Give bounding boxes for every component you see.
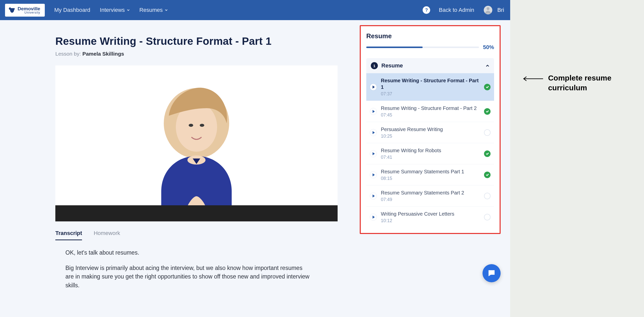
lesson-title: Writing Persuasive Cover Letters xyxy=(381,211,480,217)
lesson-by-prefix: Lesson by: xyxy=(55,51,82,57)
lesson-text: Persuasive Resume Writing 10:25 xyxy=(381,126,480,139)
lesson-duration: 07:45 xyxy=(381,112,480,118)
lesson-text: Resume Writing - Structure Format - Part… xyxy=(381,105,480,118)
lesson-item[interactable]: Resume Writing - Structure Format - Part… xyxy=(366,73,494,101)
lesson-item[interactable]: Resume Summary Statements Part 2 07:49 xyxy=(366,185,494,207)
lesson-title: Resume Writing - Structure Format - Part… xyxy=(381,105,480,111)
primary-nav: My Dashboard Interviews Resumes xyxy=(54,7,168,13)
play-icon xyxy=(370,129,377,136)
progress-row: 50% xyxy=(366,44,494,51)
lesson-status-incomplete xyxy=(484,129,491,136)
sidebar-title: Resume xyxy=(366,32,494,40)
check-icon xyxy=(486,109,489,113)
play-icon xyxy=(370,150,377,157)
module-number-badge: 1 xyxy=(371,62,378,69)
tab-homework[interactable]: Homework xyxy=(94,230,120,240)
module-header[interactable]: 1 Resume xyxy=(366,58,494,73)
check-icon xyxy=(486,152,489,155)
chat-button[interactable] xyxy=(482,264,501,282)
check-icon xyxy=(486,173,489,177)
lesson-status-complete xyxy=(484,84,491,90)
lesson-status-complete xyxy=(484,172,491,178)
callout-label: Complete resume curriculum xyxy=(548,73,644,93)
brand-logo[interactable]: Demoville University xyxy=(5,4,45,17)
lesson-duration: 07:49 xyxy=(381,197,480,202)
bear-icon xyxy=(9,7,16,14)
chat-icon xyxy=(487,269,496,278)
lesson-text: Resume Writing - Structure Format - Part… xyxy=(381,77,480,97)
progress-percent: 50% xyxy=(483,44,494,51)
check-icon xyxy=(486,85,489,89)
lesson-title: Resume Summary Statements Part 2 xyxy=(381,189,480,196)
lesson-text: Resume Writing for Robots 07:41 xyxy=(381,147,480,160)
presenter-image xyxy=(131,83,262,214)
play-icon xyxy=(370,171,377,178)
chevron-down-icon xyxy=(165,9,168,12)
annotation-panel: Complete resume curriculum xyxy=(510,0,644,317)
play-icon xyxy=(370,84,377,91)
lesson-duration: 10:12 xyxy=(381,218,480,223)
topbar: Demoville University My Dashboard Interv… xyxy=(0,0,510,20)
lesson-duration: 07:37 xyxy=(381,91,480,97)
lesson-item[interactable]: Resume Writing - Structure Format - Part… xyxy=(366,101,494,122)
nav-resumes-label: Resumes xyxy=(139,7,163,13)
curriculum-sidebar: Resume 50% 1 Resume Resume Writing - Str… xyxy=(360,25,501,234)
presenter-desk xyxy=(55,205,338,221)
lesson-status-complete xyxy=(484,150,491,157)
play-icon xyxy=(370,108,377,115)
back-to-admin[interactable]: Back to Admin xyxy=(439,7,474,13)
brand-bottom: University xyxy=(18,11,40,14)
user-icon xyxy=(484,6,492,14)
lesson-title: Persuasive Resume Writing xyxy=(381,126,480,133)
module-title: Resume xyxy=(381,62,482,69)
lesson-text: Resume Summary Statements Part 2 07:49 xyxy=(381,189,480,202)
lesson-title: Resume Writing for Robots xyxy=(381,147,480,154)
lesson-title: Resume Summary Statements Part 1 xyxy=(381,168,480,175)
play-icon xyxy=(370,192,377,200)
video-player[interactable] xyxy=(55,65,338,221)
lesson-status-incomplete xyxy=(484,214,491,220)
tab-transcript[interactable]: Transcript xyxy=(55,230,82,240)
callout: Complete resume curriculum xyxy=(523,73,644,93)
nav-interviews[interactable]: Interviews xyxy=(100,7,130,13)
transcript-paragraph: OK, let's talk about resumes. xyxy=(55,248,309,257)
progress-fill xyxy=(366,47,423,48)
brand-text: Demoville University xyxy=(18,6,40,14)
lesson-item[interactable]: Resume Writing for Robots 07:41 xyxy=(366,143,494,164)
help-icon[interactable]: ? xyxy=(423,6,430,14)
nav-resumes[interactable]: Resumes xyxy=(139,7,168,13)
lesson-duration: 08:15 xyxy=(381,176,480,181)
transcript-body: OK, let's talk about resumes. Big Interv… xyxy=(55,248,309,290)
username-label: Bri xyxy=(497,7,504,13)
arrow-left-icon xyxy=(523,75,544,83)
lesson-status-incomplete xyxy=(484,193,491,199)
play-icon xyxy=(370,214,377,221)
lesson-author: Pamela Skillings xyxy=(82,51,124,57)
nav-my-dashboard[interactable]: My Dashboard xyxy=(54,7,90,13)
lesson-duration: 10:25 xyxy=(381,134,480,139)
lesson-text: Writing Persuasive Cover Letters 10:12 xyxy=(381,211,480,223)
lesson-status-complete xyxy=(484,108,491,115)
avatar[interactable] xyxy=(484,6,492,14)
chevron-down-icon xyxy=(127,9,130,12)
progress-bar xyxy=(366,47,479,48)
svg-point-0 xyxy=(487,7,489,10)
svg-point-5 xyxy=(200,124,204,127)
lesson-duration: 07:41 xyxy=(381,155,480,160)
brand-top: Demoville xyxy=(18,6,40,11)
lesson-text: Resume Summary Statements Part 1 08:15 xyxy=(381,168,480,181)
lesson-item[interactable]: Writing Persuasive Cover Letters 10:12 xyxy=(366,207,494,227)
svg-point-4 xyxy=(189,124,193,127)
nav-interviews-label: Interviews xyxy=(100,7,125,13)
lesson-item[interactable]: Persuasive Resume Writing 10:25 xyxy=(366,122,494,143)
lesson-item[interactable]: Resume Summary Statements Part 1 08:15 xyxy=(366,164,494,185)
lesson-title: Resume Writing - Structure Format - Part… xyxy=(381,77,480,90)
chevron-up-icon xyxy=(486,64,490,68)
transcript-paragraph: Big Interview is primarily about acing t… xyxy=(55,264,309,290)
lesson-list: Resume Writing - Structure Format - Part… xyxy=(366,73,494,227)
